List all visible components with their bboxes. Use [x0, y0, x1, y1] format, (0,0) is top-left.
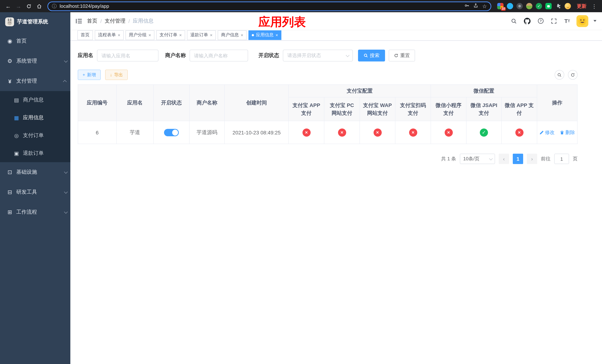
sidebar-item-devtools[interactable]: ⊟ 研发工具: [0, 182, 70, 202]
help-icon[interactable]: ?: [537, 17, 545, 25]
app-name-input[interactable]: [97, 50, 159, 62]
toggle-search-button[interactable]: [555, 70, 564, 80]
col-status: 开启状态: [153, 85, 189, 121]
extension-drop-icon[interactable]: [507, 3, 513, 9]
sidebar-item-infra[interactable]: ⊡ 基础设施: [0, 162, 70, 182]
col-actions: 操作: [537, 85, 577, 121]
tab-refund-order[interactable]: 退款订单 ×: [187, 30, 216, 40]
tab-app-info[interactable]: 应用信息 ×: [248, 30, 281, 40]
user-avatar[interactable]: [576, 15, 588, 27]
sidebar-item-workflow[interactable]: ⊞ 工作流程: [0, 202, 70, 222]
extension-check-icon[interactable]: ✓: [536, 3, 542, 9]
merchant-name-input[interactable]: [190, 50, 248, 62]
trash-icon: [560, 130, 564, 135]
header-search-icon[interactable]: [510, 17, 518, 25]
tab-user-group[interactable]: 用户分组 ×: [126, 30, 154, 40]
goto-page-input[interactable]: [554, 154, 569, 164]
table-toolbar: + 新增 ↓ 导出: [78, 70, 578, 80]
goto-suffix: 页: [573, 156, 578, 162]
close-icon[interactable]: ×: [275, 33, 278, 37]
prev-page-button[interactable]: ‹: [499, 154, 509, 164]
extension-chat-icon[interactable]: [545, 3, 552, 9]
credit-card-icon: ▤: [13, 97, 20, 103]
sidebar-item-payment[interactable]: ¥ 支付管理: [0, 71, 70, 91]
extensions-puzzle-icon[interactable]: [555, 3, 561, 9]
grid-icon: ▦: [13, 115, 20, 121]
page-size-select[interactable]: 10条/页: [460, 154, 495, 164]
breadcrumb-current: 应用信息: [133, 18, 154, 24]
chrome-update-button[interactable]: 更新: [575, 2, 589, 11]
fullscreen-icon[interactable]: [550, 17, 558, 25]
extension-grid-icon[interactable]: 10: [497, 3, 504, 9]
reset-button[interactable]: 重置: [389, 50, 415, 62]
group-wechat-config: 微信配置: [431, 85, 537, 97]
sidebar-fold-button[interactable]: [76, 18, 82, 23]
reload-button[interactable]: [24, 2, 33, 11]
sidebar-item-pay-order[interactable]: ◎ 支付订单: [0, 127, 70, 144]
breadcrumb-payment[interactable]: 支付管理: [105, 18, 126, 24]
app-logo-row[interactable]: 芋道管理系统: [0, 12, 70, 31]
chevron-down-icon: [489, 156, 493, 160]
col-alipay-app: 支付宝 APP 支付: [289, 97, 324, 121]
password-key-icon[interactable]: [464, 3, 470, 9]
tab-flow-form[interactable]: 流程表单 ×: [95, 30, 124, 40]
col-alipay-pc: 支付宝 PC 网站支付: [324, 97, 360, 121]
payment-submenu: ▤ 商户信息 ▦ 应用信息 ◎ 支付订单 ▣ 退款订单: [0, 91, 70, 162]
svg-text:?: ?: [539, 19, 541, 23]
close-icon[interactable]: ×: [241, 33, 243, 37]
browser-menu-icon[interactable]: ⋮: [590, 3, 598, 9]
close-icon[interactable]: ×: [210, 33, 213, 37]
page-info-icon[interactable]: ⓘ: [52, 3, 57, 10]
chevron-down-icon: [64, 170, 68, 173]
edit-link[interactable]: 修改: [539, 129, 555, 136]
merchant-name-label: 商户名称: [165, 52, 186, 59]
col-wx-jsapi: 微信 JSAPI 支付: [466, 97, 502, 121]
extensions-area: 10 ✓: [497, 3, 571, 9]
breadcrumb-home[interactable]: 首页: [87, 18, 97, 24]
sidebar-item-refund-order[interactable]: ▣ 退款订单: [0, 144, 70, 162]
sidebar-item-home[interactable]: ◉ 首页: [0, 31, 70, 51]
close-icon[interactable]: ×: [179, 33, 182, 37]
sidebar-item-merchant-info[interactable]: ▤ 商户信息: [0, 91, 70, 109]
col-created: 创建时间: [225, 85, 289, 121]
sidebar: 芋道管理系统 ◉ 首页 ⚙ 系统管理 ¥ 支付管理: [0, 12, 70, 364]
back-button[interactable]: ←: [4, 2, 13, 11]
workflow-icon: ⊞: [7, 209, 13, 215]
add-button[interactable]: + 新增: [78, 70, 101, 80]
tab-pay-order[interactable]: 支付订单 ×: [156, 30, 185, 40]
delete-link[interactable]: 删除: [560, 129, 575, 136]
profile-avatar-icon[interactable]: [565, 3, 571, 9]
sidebar-item-app-info[interactable]: ▦ 应用信息: [0, 109, 70, 127]
sidebar-item-system[interactable]: ⚙ 系统管理: [0, 51, 70, 71]
wx-lite-status-icon: ×: [444, 128, 453, 137]
tools-icon: ⊟: [7, 189, 13, 195]
refresh-table-button[interactable]: [568, 70, 578, 80]
export-button[interactable]: ↓ 导出: [105, 70, 128, 80]
col-app-name: 应用名: [117, 85, 153, 121]
chevron-down-icon: [64, 210, 68, 214]
forward-button[interactable]: →: [14, 2, 23, 11]
extension-dark-icon[interactable]: [516, 3, 523, 9]
breadcrumb-separator: /: [100, 18, 102, 24]
url-bar[interactable]: ⓘ localhost:1024/pay/app ☆: [47, 1, 491, 11]
tab-merchant-info[interactable]: 商户信息 ×: [218, 30, 247, 40]
extension-avatar-icon[interactable]: [526, 3, 532, 9]
status-select[interactable]: 请选择开启状态: [283, 50, 353, 62]
bookmark-star-icon[interactable]: ☆: [482, 3, 487, 9]
github-icon[interactable]: [523, 17, 531, 25]
share-icon[interactable]: [473, 3, 479, 9]
tab-home[interactable]: 首页: [77, 30, 93, 40]
status-toggle[interactable]: [164, 129, 179, 136]
search-button[interactable]: 搜索: [358, 50, 385, 62]
chevron-up-icon: [63, 80, 67, 84]
col-wx-lite: 微信小程序支付: [431, 97, 466, 121]
close-icon[interactable]: ×: [118, 33, 120, 37]
font-size-icon[interactable]: TT: [563, 17, 571, 25]
annotation-title: 应用列表: [258, 14, 306, 30]
close-icon[interactable]: ×: [149, 33, 151, 37]
page-1-button[interactable]: 1: [513, 154, 523, 164]
app-table: 应用编号 应用名 开启状态 商户名称 创建时间 支付宝配置 微信配置 操作 支付…: [78, 85, 578, 144]
next-page-button[interactable]: ›: [527, 154, 537, 164]
avatar-dropdown-caret[interactable]: [593, 20, 596, 22]
home-button[interactable]: [35, 2, 44, 11]
